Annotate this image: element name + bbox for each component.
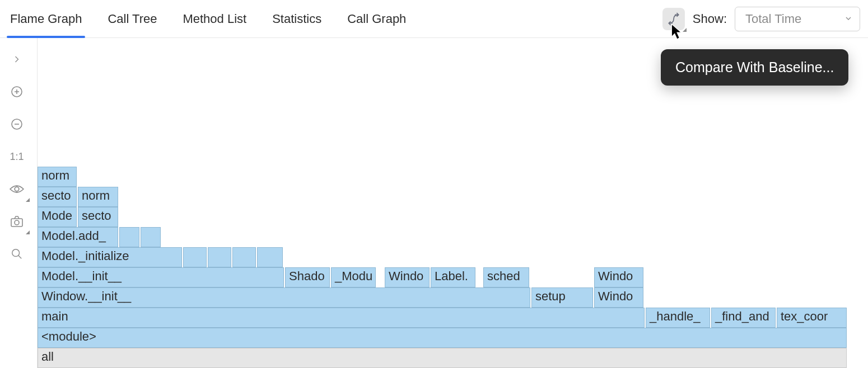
flame-frame[interactable] xyxy=(119,227,139,247)
flame-frame[interactable]: Mode xyxy=(38,207,77,227)
tab-bar: Flame Graph Call Tree Method List Statis… xyxy=(0,0,868,38)
tooltip-text: Compare With Baseline... xyxy=(675,59,834,75)
show-dropdown[interactable]: Total Time xyxy=(735,7,860,31)
flame-frame[interactable]: main xyxy=(38,308,645,328)
flame-frame[interactable]: all xyxy=(38,348,847,368)
flame-frame[interactable]: sched xyxy=(483,267,529,287)
compare-tooltip: Compare With Baseline... xyxy=(661,49,848,86)
corner-indicator xyxy=(26,198,30,202)
flame-frame[interactable]: _handle_ xyxy=(646,308,710,328)
corner-indicator xyxy=(26,230,30,234)
svg-rect-3 xyxy=(11,219,22,227)
chevron-down-icon xyxy=(844,12,853,26)
flame-frame[interactable]: _Modu xyxy=(331,267,376,287)
tab-call-tree[interactable]: Call Tree xyxy=(108,0,157,37)
one-to-one-button[interactable]: 1:1 xyxy=(6,145,28,168)
main-area: 1:1 all<module>main_handle__find_andtex_… xyxy=(0,38,868,368)
flame-frame[interactable]: secto xyxy=(38,187,77,207)
flame-frame[interactable]: tex_coor xyxy=(777,308,847,328)
tab-call-graph[interactable]: Call Graph xyxy=(347,0,406,37)
tab-method-list[interactable]: Method List xyxy=(183,0,246,37)
flame-frame[interactable] xyxy=(232,247,256,267)
flame-frame[interactable]: Windo xyxy=(594,287,643,308)
flame-frame[interactable] xyxy=(208,247,231,267)
chevron-right-icon xyxy=(11,54,22,65)
compare-icon xyxy=(666,12,681,26)
capture-button[interactable] xyxy=(6,210,28,233)
camera-icon xyxy=(10,215,24,228)
flame-frame[interactable]: setup xyxy=(531,287,593,308)
flame-frame[interactable]: norm xyxy=(78,187,118,207)
svg-point-4 xyxy=(15,220,19,225)
toolbar-right: Show: Total Time xyxy=(662,0,868,37)
flame-frame[interactable]: Model.add_ xyxy=(38,227,118,247)
flame-frame[interactable] xyxy=(183,247,207,267)
expand-button[interactable] xyxy=(6,48,28,70)
flame-canvas[interactable]: all<module>main_handle__find_andtex_coor… xyxy=(37,38,868,368)
svg-point-5 xyxy=(12,249,20,257)
flame-frame[interactable]: norm xyxy=(38,167,77,187)
zoom-out-button[interactable] xyxy=(6,113,28,135)
dropdown-value: Total Time xyxy=(745,12,801,26)
corner-indicator xyxy=(683,28,687,32)
tabs: Flame Graph Call Tree Method List Statis… xyxy=(0,0,406,37)
svg-point-2 xyxy=(15,187,19,191)
flame-frame[interactable]: Model.__init__ xyxy=(38,267,284,287)
flame-frame[interactable]: secto xyxy=(78,207,118,227)
eye-icon xyxy=(10,183,24,195)
tab-flame-graph[interactable]: Flame Graph xyxy=(10,0,82,37)
presentation-button[interactable] xyxy=(6,178,28,200)
zoom-out-icon xyxy=(10,117,24,131)
compare-with-baseline-button[interactable] xyxy=(662,8,685,30)
flame-frame[interactable]: Shado xyxy=(285,267,330,287)
search-button[interactable] xyxy=(6,243,28,265)
flame-frame[interactable] xyxy=(141,227,161,247)
zoom-in-button[interactable] xyxy=(6,81,28,103)
flame-frame[interactable]: Label. xyxy=(431,267,475,287)
tab-statistics[interactable]: Statistics xyxy=(272,0,321,37)
flame-frame[interactable]: Model._initialize xyxy=(38,247,182,267)
flame-frame[interactable]: Window.__init__ xyxy=(38,287,530,308)
flame-frame[interactable]: Windo xyxy=(385,267,430,287)
flame-frame[interactable] xyxy=(257,247,283,267)
flame-frame[interactable]: <module> xyxy=(38,328,847,348)
flame-frame[interactable]: Windo xyxy=(594,267,643,287)
zoom-in-icon xyxy=(10,85,24,98)
search-icon xyxy=(11,248,23,260)
show-label: Show: xyxy=(693,12,727,26)
flame-sidebar: 1:1 xyxy=(0,38,34,368)
flame-frame[interactable]: _find_and xyxy=(711,308,776,328)
